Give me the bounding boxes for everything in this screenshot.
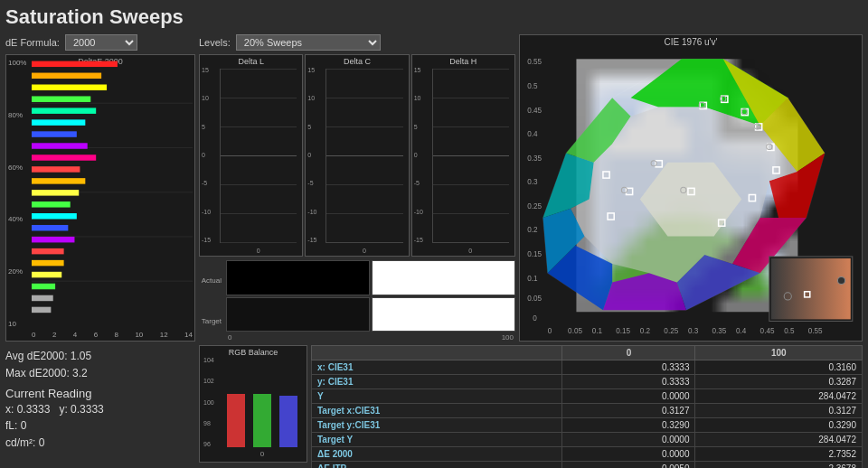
- table-cell-v2: 0.3127: [695, 404, 863, 418]
- table-cell-v1: 0.3290: [562, 418, 695, 433]
- delta-h-y-axis: 151050-5-10-15: [414, 67, 423, 243]
- svg-rect-12: [32, 143, 88, 148]
- delta-chart-h: Delta H 151050-5-10-15: [411, 54, 515, 257]
- delta-c-y-axis: 151050-5-10-15: [307, 67, 316, 243]
- swatch-x-100: 100: [502, 333, 514, 342]
- cie-chart-area: 0.55 0.5 0.45 0.4 0.35 0.3 0.25 0.2 0.15…: [520, 49, 862, 341]
- svg-text:0.55: 0.55: [808, 327, 823, 335]
- svg-rect-14: [32, 166, 80, 172]
- svg-rect-11: [32, 131, 77, 136]
- table-row: Y 0.0000 284.0472: [312, 389, 863, 404]
- table-cell-v2: 2.3678: [695, 462, 863, 469]
- rgb-bar-chart: 1041021009896 0: [202, 357, 305, 460]
- table-row: Target Y 0.0000 284.0472: [312, 433, 863, 447]
- svg-rect-20: [32, 237, 74, 242]
- delta-l-x: 0: [220, 248, 297, 254]
- svg-text:0: 0: [548, 327, 552, 335]
- table-cell-v2: 0.3290: [695, 418, 863, 433]
- rgb-y-axis: 1041021009896: [203, 357, 214, 447]
- delta-h-inner: 151050-5-10-15 0: [412, 67, 514, 256]
- svg-rect-86: [771, 258, 851, 319]
- swatches-area: 0 100: [226, 260, 515, 342]
- table-cell-label: Y: [312, 389, 562, 404]
- svg-text:0.2: 0.2: [640, 327, 651, 335]
- target-label: Target: [199, 317, 222, 325]
- bar-chart-y-axis: 100%80%60%40%20%10: [8, 59, 26, 328]
- delta-charts-row: Delta L 151050-5-10-15: [199, 54, 515, 257]
- x-val: x: 0.3333: [5, 403, 50, 416]
- svg-rect-21: [32, 248, 64, 254]
- data-table: 0 100 x: CIE31 0.3333 0.3160 y: CIE31 0.…: [311, 345, 863, 468]
- svg-rect-19: [32, 225, 68, 230]
- svg-text:0.5: 0.5: [784, 327, 795, 335]
- svg-text:0.25: 0.25: [527, 202, 542, 211]
- rgb-bar-blue: [279, 396, 297, 447]
- svg-text:0: 0: [533, 314, 537, 323]
- cie-panel: CIE 1976 u'v' 0.55 0.5 0.45 0.4 0.35 0.3…: [519, 34, 863, 342]
- table-row: x: CIE31 0.3333 0.3160: [312, 360, 863, 375]
- table-row: Target y:CIE31 0.3290 0.3290: [312, 418, 863, 433]
- actual-row: [226, 260, 515, 295]
- cie-svg: 0.55 0.5 0.45 0.4 0.35 0.3 0.25 0.2 0.15…: [520, 49, 862, 341]
- table-cell-v2: 0.3287: [695, 375, 863, 389]
- delta-h-grid: [432, 69, 509, 243]
- svg-text:0.55: 0.55: [527, 58, 542, 66]
- table-cell-label: Target Y: [312, 433, 562, 447]
- de-formula-select[interactable]: 2000: [65, 34, 137, 51]
- table-cell-v2: 284.0472: [695, 389, 863, 404]
- main-container: Saturation Sweeps dE Formula: 2000 Delta…: [0, 0, 868, 468]
- table-cell-v1: 0.0050: [562, 462, 695, 469]
- svg-text:0.05: 0.05: [527, 295, 542, 303]
- table-cell-v2: 0.3160: [695, 360, 863, 375]
- svg-rect-22: [32, 260, 64, 266]
- svg-text:0.35: 0.35: [712, 327, 726, 335]
- bar-chart-svg: [32, 59, 193, 328]
- svg-text:0.1: 0.1: [527, 275, 538, 283]
- table-cell-label: ΔE 2000: [312, 447, 562, 462]
- delta-l-grid: [220, 69, 297, 243]
- delta-l-inner: 151050-5-10-15 0: [200, 67, 302, 256]
- svg-rect-9: [32, 108, 96, 113]
- data-table-panel: 0 100 x: CIE31 0.3333 0.3160 y: CIE31 0.…: [311, 345, 863, 463]
- table-cell-v1: 0.3333: [562, 360, 695, 375]
- svg-rect-5: [32, 61, 118, 67]
- cdm2-stat: cd/m²: 0: [5, 435, 195, 451]
- delta-c-grid: [326, 69, 402, 243]
- swatch-x-labels: 0 100: [226, 333, 515, 342]
- delta-c-x: 0: [326, 248, 402, 254]
- svg-rect-24: [32, 284, 55, 289]
- delta-c-inner: 151050-5-10-15 0: [306, 67, 408, 256]
- page-title: Saturation Sweeps: [5, 5, 863, 29]
- delta-chart-l: Delta L 151050-5-10-15: [199, 54, 303, 257]
- table-row: ΔE ITP 0.0050 2.3678: [312, 462, 863, 469]
- svg-text:0.25: 0.25: [664, 327, 678, 335]
- svg-text:0.35: 0.35: [527, 154, 542, 163]
- svg-rect-10: [32, 119, 85, 125]
- svg-rect-25: [32, 295, 53, 301]
- svg-text:0.5: 0.5: [527, 82, 538, 90]
- svg-text:0.45: 0.45: [760, 327, 775, 335]
- table-row: y: CIE31 0.3333 0.3287: [312, 375, 863, 389]
- target-swatch-0: [226, 297, 370, 332]
- svg-text:0.4: 0.4: [736, 327, 747, 335]
- table-cell-label: Target y:CIE31: [312, 418, 562, 433]
- fl-stat: fL: 0: [5, 418, 195, 434]
- levels-select[interactable]: 20% Sweeps: [236, 34, 381, 51]
- top-row: dE Formula: 2000 DeltaE 2000 100%80%60%4…: [5, 34, 863, 342]
- target-swatch-100: [372, 297, 515, 332]
- max-de-stat: Max dE2000: 3.2: [5, 366, 195, 381]
- levels-row: Levels: 20% Sweeps: [199, 34, 515, 51]
- svg-rect-16: [32, 190, 79, 195]
- stats-panel: Avg dE2000: 1.05 Max dE2000: 3.2 Current…: [5, 345, 195, 463]
- table-row: Target x:CIE31 0.3127 0.3127: [312, 404, 863, 418]
- xy-stat: x: 0.3333 y: 0.3333: [5, 402, 195, 417]
- bar-chart-container: DeltaE 2000 100%80%60%40%20%10: [5, 54, 195, 342]
- svg-text:0.4: 0.4: [527, 130, 538, 138]
- svg-text:0.1: 0.1: [592, 327, 603, 335]
- rgb-balance-panel: RGB Balance 1041021009896 0: [199, 345, 307, 463]
- actual-label: Actual: [199, 276, 222, 285]
- actual-swatch-0: [226, 260, 370, 295]
- table-cell-v1: 0.0000: [562, 447, 695, 462]
- delta-h-x: 0: [432, 248, 509, 254]
- table-cell-v1: 0.3127: [562, 404, 695, 418]
